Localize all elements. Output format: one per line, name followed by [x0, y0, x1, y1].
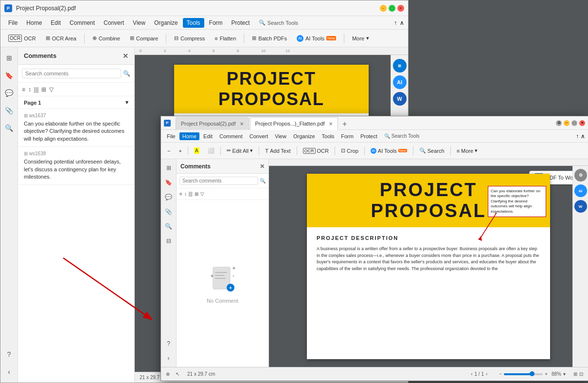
add-text-button[interactable]: T Add Text: [262, 147, 294, 155]
edit-all-button[interactable]: ✏ Edit All ▾: [223, 146, 257, 155]
front-settings-icon[interactable]: ⚙: [556, 120, 562, 126]
highlight-button[interactable]: A: [191, 146, 203, 155]
front-view-mode-icon[interactable]: |||: [189, 191, 193, 197]
menu-convert[interactable]: Convert: [100, 18, 128, 28]
filter-az-icon[interactable]: ↕: [28, 86, 31, 93]
ai-tools-button[interactable]: AI AI Tools New: [293, 34, 340, 43]
zoom-decrease-button[interactable]: −: [499, 371, 502, 377]
sidebar-thumbnail-icon[interactable]: ⊞: [2, 51, 16, 65]
zoom-dropdown[interactable]: ▾: [563, 371, 566, 377]
expand-icon[interactable]: ⊞: [41, 86, 46, 93]
zoom-slider[interactable]: [504, 373, 543, 375]
zoom-increase-button[interactable]: +: [545, 371, 548, 377]
fit-page-button[interactable]: ⊞: [573, 371, 577, 377]
front-comments-close[interactable]: ✕: [260, 163, 265, 170]
front-menu-file[interactable]: File: [164, 132, 178, 140]
filter-icon[interactable]: ▽: [49, 86, 53, 93]
front-tab-1[interactable]: Project Proposal(2).pdf ✕: [176, 117, 249, 130]
front-sidebar-thumb[interactable]: ⊞: [163, 162, 175, 174]
compare-button[interactable]: ⊞ Compare: [126, 34, 162, 43]
front-sort-icon[interactable]: ≡: [179, 191, 182, 197]
front-sidebar-comment[interactable]: 💬: [163, 191, 175, 203]
shape-button[interactable]: ⬜: [204, 146, 218, 155]
front-menu-edit[interactable]: Edit: [200, 132, 215, 140]
front-sidebar-attach[interactable]: 📎: [163, 206, 175, 218]
front-tab-2[interactable]: Project Propos...)_Flatten.pdf ✕: [250, 117, 338, 130]
tab-add-button[interactable]: +: [339, 118, 351, 130]
front-right-word-icon[interactable]: W: [574, 200, 587, 213]
sidebar-help-icon[interactable]: ?: [2, 347, 16, 361]
front-tab-2-close[interactable]: ✕: [329, 121, 333, 127]
front-sidebar-bookmark[interactable]: 🔖: [163, 177, 175, 188]
front-restore-button[interactable]: □: [571, 120, 577, 126]
front-search-button[interactable]: 🔍 Search: [416, 146, 448, 155]
front-expand-icon[interactable]: ⊞: [195, 191, 198, 197]
ocr-button[interactable]: OCR OCR: [4, 33, 40, 43]
front-menu-organize[interactable]: Organize: [290, 132, 318, 140]
menu-file[interactable]: File: [4, 18, 21, 28]
combine-button[interactable]: ⊕ Combine: [89, 34, 124, 43]
front-minimize-button[interactable]: −: [564, 120, 570, 126]
sidebar-nav-left-icon[interactable]: ‹: [2, 365, 16, 379]
front-menu-protect[interactable]: Protect: [357, 132, 380, 140]
zoom-thumb[interactable]: [530, 371, 535, 376]
comments-search-input[interactable]: [22, 69, 121, 78]
front-ai-tools-button[interactable]: AI AI Tools New: [367, 147, 410, 155]
front-search-input[interactable]: [179, 177, 258, 185]
sidebar-attachment-icon[interactable]: 📎: [2, 104, 16, 117]
front-menu-tools[interactable]: Tools: [319, 132, 338, 140]
front-sidebar-nav[interactable]: ‹: [163, 352, 175, 364]
compress-button[interactable]: ⊟ Compress: [170, 34, 209, 43]
front-sidebar-layers[interactable]: ⊟: [163, 235, 175, 247]
front-right-ai-icon[interactable]: AI: [574, 184, 587, 197]
close-button[interactable]: ✕: [397, 5, 404, 12]
back-ms-icon[interactable]: W: [393, 92, 407, 106]
front-more-button[interactable]: ≡ More ▾: [453, 146, 481, 155]
page-expand-icon[interactable]: ▾: [125, 99, 128, 106]
front-close-button[interactable]: ✕: [579, 120, 585, 126]
front-right-settings-icon[interactable]: ⚙: [574, 169, 587, 182]
batch-pdfs-button[interactable]: ⊞ Batch PDFs: [248, 34, 291, 43]
chevron-up-icon[interactable]: ∧: [400, 19, 404, 26]
front-sidebar-search[interactable]: 🔍: [163, 220, 175, 232]
menu-home[interactable]: Home: [22, 18, 46, 28]
front-search-tools[interactable]: 🔍 Search Tools: [384, 133, 420, 139]
front-menu-view[interactable]: View: [272, 132, 289, 140]
sidebar-comment-icon[interactable]: 💬: [2, 86, 16, 100]
sort-icon[interactable]: ≡: [22, 86, 25, 93]
back-right-icon-1[interactable]: ⊞: [393, 59, 407, 73]
front-upload-icon[interactable]: ↑: [576, 133, 579, 140]
sidebar-bookmark-icon[interactable]: 🔖: [2, 69, 16, 82]
menu-view[interactable]: View: [129, 18, 149, 28]
front-search-comments-icon[interactable]: 🔍: [260, 178, 266, 183]
menu-organize[interactable]: Organize: [150, 18, 182, 28]
back-ai-icon[interactable]: AI: [393, 75, 407, 89]
front-sidebar-help[interactable]: ?: [163, 338, 175, 349]
zoom-out-button[interactable]: −: [164, 147, 174, 155]
minimize-button[interactable]: −: [380, 5, 387, 12]
fullscreen-button[interactable]: ⊡: [579, 371, 583, 377]
ocr-area-button[interactable]: ⊞ OCR Area: [42, 34, 80, 43]
maximize-button[interactable]: □: [389, 5, 395, 12]
front-tab-1-close[interactable]: ✕: [240, 121, 244, 127]
search-tools-btn[interactable]: 🔍 Search Tools: [259, 19, 298, 26]
front-menu-home[interactable]: Home: [179, 132, 199, 140]
zoom-in-button[interactable]: +: [175, 147, 185, 155]
menu-edit[interactable]: Edit: [47, 18, 65, 28]
comments-search-icon[interactable]: 🔍: [123, 70, 130, 77]
front-filter-icon[interactable]: ▽: [200, 191, 204, 197]
upload-icon[interactable]: ↑: [394, 19, 397, 26]
sidebar-search-icon[interactable]: 🔍: [2, 121, 16, 135]
menu-form[interactable]: Form: [205, 18, 227, 28]
prev-page-button[interactable]: ‹: [471, 371, 472, 377]
flatten-button[interactable]: ≡ Flatten: [211, 34, 240, 43]
front-chevron-up-icon[interactable]: ∧: [581, 133, 585, 140]
front-crop-button[interactable]: ⊡ Crop: [338, 146, 362, 155]
front-ocr-button[interactable]: OCR OCR: [300, 147, 332, 155]
front-menu-comment[interactable]: Comment: [216, 132, 246, 140]
front-menu-convert[interactable]: Convert: [247, 132, 271, 140]
front-menu-form[interactable]: Form: [338, 132, 356, 140]
menu-comment[interactable]: Comment: [66, 18, 99, 28]
menu-protect[interactable]: Protect: [228, 18, 254, 28]
next-page-button[interactable]: ›: [486, 371, 487, 377]
